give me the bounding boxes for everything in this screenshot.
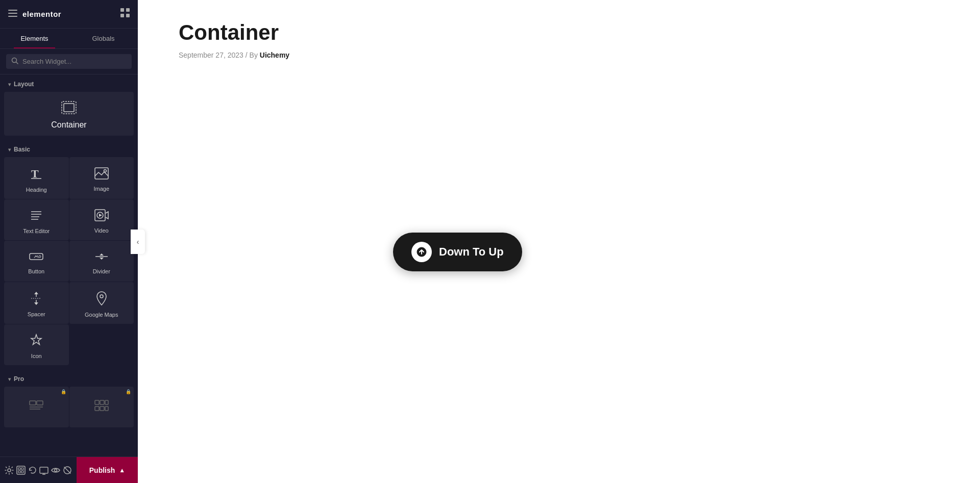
svg-marker-25 [100, 253, 104, 256]
down-to-up-button[interactable]: Down To Up [393, 233, 522, 271]
heading-icon: T [29, 166, 43, 183]
widget-pro-1[interactable]: 🔒 [4, 387, 69, 427]
svg-rect-1 [8, 13, 17, 14]
text-editor-label: Text Editor [23, 228, 50, 234]
widget-text-editor[interactable]: Text Editor [4, 199, 69, 240]
svg-rect-0 [8, 10, 17, 11]
svg-rect-42 [105, 406, 108, 411]
svg-rect-47 [18, 471, 20, 473]
sidebar-header: elementor [0, 0, 138, 29]
sidebar-tabs: Elements Globals [0, 29, 138, 49]
image-label: Image [93, 186, 109, 192]
svg-rect-46 [21, 468, 23, 470]
widget-heading[interactable]: T Heading [4, 157, 69, 199]
layout-arrow-icon: ▾ [8, 82, 11, 87]
svg-rect-10 [64, 104, 74, 112]
button-icon [29, 251, 43, 264]
sidebar: elementor Elements Globals [0, 0, 138, 483]
layout-widgets: Container [0, 92, 138, 140]
icon-label: Icon [31, 353, 42, 359]
widget-google-maps[interactable]: Google Maps [69, 282, 134, 324]
settings-button[interactable] [4, 457, 15, 484]
widget-image[interactable]: Image [69, 157, 134, 199]
widget-icon[interactable]: Icon [4, 324, 69, 365]
svg-marker-28 [34, 292, 38, 294]
text-editor-icon [29, 209, 43, 224]
svg-rect-48 [21, 471, 23, 473]
tab-elements[interactable]: Elements [0, 29, 69, 48]
widget-pro-2[interactable]: 🔒 [69, 387, 134, 427]
svg-rect-3 [120, 8, 124, 12]
grid-icon[interactable] [120, 8, 130, 20]
svg-point-52 [55, 469, 57, 471]
search-box [6, 54, 132, 69]
video-icon [94, 209, 109, 223]
svg-rect-5 [120, 14, 124, 17]
google-maps-label: Google Maps [85, 312, 118, 318]
svg-rect-44 [17, 466, 25, 474]
heading-label: Heading [26, 187, 47, 193]
svg-rect-38 [100, 400, 104, 404]
app-logo: elementor [22, 10, 61, 18]
sidebar-collapse-handle[interactable]: ‹ [131, 230, 145, 254]
search-input[interactable] [22, 58, 127, 65]
svg-rect-40 [95, 406, 99, 411]
page-meta: September 27, 2023 / By Uichemy [179, 51, 939, 59]
preview-button[interactable] [51, 457, 61, 484]
tab-globals[interactable]: Globals [69, 29, 138, 48]
pro-grid-icon [94, 400, 109, 413]
container-icon [61, 101, 77, 116]
spacer-label: Spacer [28, 311, 45, 317]
svg-rect-2 [8, 16, 17, 17]
responsive-button[interactable] [39, 457, 50, 484]
pro-widgets-grid: 🔒 🔒 [0, 387, 138, 431]
svg-point-23 [39, 256, 41, 258]
svg-point-32 [100, 295, 103, 298]
canvas-float-area: Down To Up [179, 80, 939, 335]
search-area [0, 49, 138, 74]
author-link[interactable]: Uichemy [260, 51, 289, 59]
svg-rect-39 [105, 400, 108, 404]
svg-rect-49 [40, 467, 48, 473]
sidebar-bottom-toolbar: Publish ▲ [0, 456, 138, 483]
svg-rect-41 [100, 406, 104, 411]
widget-button[interactable]: Button [4, 241, 69, 282]
arrow-circle-icon [411, 242, 432, 262]
widget-spacer[interactable]: Spacer [4, 282, 69, 324]
theme-builder-button[interactable] [16, 457, 27, 484]
main-canvas: Container September 27, 2023 / By Uichem… [138, 0, 980, 483]
container-label: Container [51, 120, 86, 130]
svg-marker-26 [100, 258, 104, 260]
svg-rect-33 [30, 401, 36, 405]
basic-section-title: ▾ Basic [0, 140, 138, 157]
publish-chevron-icon: ▲ [119, 467, 125, 474]
widgets-area: ▾ Layout Container ▾ Basic [0, 74, 138, 483]
eye-button[interactable] [62, 457, 72, 484]
bottom-icons [0, 457, 77, 484]
basic-widgets-grid: T Heading Image [0, 157, 138, 369]
image-icon [94, 167, 109, 182]
meta-separator: / [246, 51, 248, 59]
svg-rect-45 [18, 468, 20, 470]
meta-by: By [250, 51, 258, 59]
svg-point-14 [104, 170, 106, 172]
basic-arrow-icon: ▾ [8, 147, 11, 152]
widget-video[interactable]: Video [69, 199, 134, 240]
search-icon [11, 57, 18, 66]
google-maps-icon [96, 291, 107, 308]
svg-marker-30 [34, 302, 38, 305]
hamburger-icon[interactable] [8, 9, 17, 19]
lock-icon-2: 🔒 [126, 389, 131, 394]
svg-rect-34 [37, 401, 43, 405]
svg-point-43 [8, 469, 11, 472]
history-button[interactable] [27, 457, 38, 484]
collapse-arrow-icon: ‹ [137, 238, 139, 246]
lock-icon-1: 🔒 [61, 389, 66, 394]
widget-container[interactable]: Container [4, 92, 134, 136]
pro-list-icon [29, 400, 43, 413]
publish-button[interactable]: Publish ▲ [77, 457, 138, 484]
page-date: September 27, 2023 [179, 51, 243, 59]
widget-divider[interactable]: Divider [69, 241, 134, 282]
cta-label: Down To Up [439, 245, 504, 259]
sidebar-header-left: elementor [8, 9, 61, 19]
